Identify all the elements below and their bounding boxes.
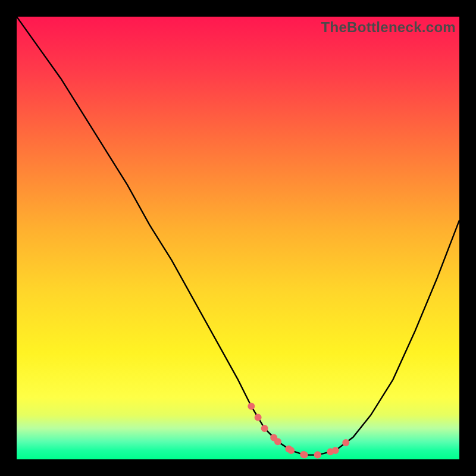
plot-area: TheBottleneck.com	[17, 17, 459, 459]
chart-frame: TheBottleneck.com	[0, 0, 476, 476]
bottleneck-curve	[17, 17, 459, 459]
